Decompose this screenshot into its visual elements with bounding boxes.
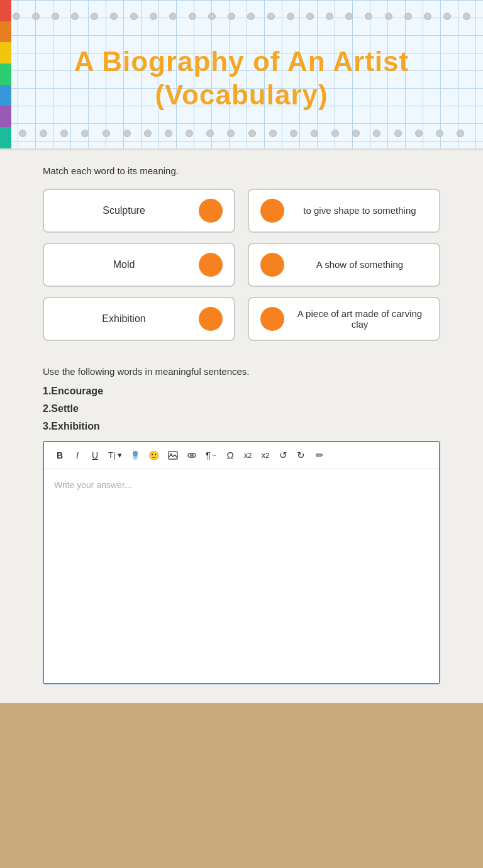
dot (40, 130, 47, 137)
link-icon (187, 452, 197, 459)
dot (71, 13, 79, 20)
editor-toolbar: B I U T| ▾ 🙂 (44, 442, 439, 469)
dot (326, 13, 333, 20)
color-icon (131, 451, 140, 460)
dot (287, 13, 294, 20)
subscript-button[interactable]: x2 (240, 447, 256, 464)
dot (443, 13, 451, 20)
dot (165, 130, 172, 137)
word-label-exhibition: Exhibition (55, 313, 192, 325)
sentence-word-3: 3.Exhibition (43, 421, 440, 432)
undo-button[interactable]: ↺ (275, 447, 291, 464)
editor-text-area[interactable]: Write your answer... (44, 469, 439, 683)
dot (189, 13, 196, 20)
dot (169, 13, 177, 20)
dot (290, 130, 297, 137)
meaning-card-1[interactable]: to give shape to something (248, 189, 440, 233)
dot (208, 13, 216, 20)
dot (91, 13, 98, 20)
dot (331, 130, 339, 137)
dot (345, 13, 353, 20)
connector-dot-exhibition (199, 307, 223, 331)
connector-dot-meaning3 (260, 307, 284, 331)
header-dots-bottom (6, 125, 477, 142)
sentence-word-2: 2.Settle (43, 403, 440, 415)
strip-green (0, 64, 11, 85)
strip-yellow (0, 42, 11, 64)
connector-dot-meaning2 (260, 253, 284, 277)
strip-purple (0, 106, 11, 127)
word-card-sculpture[interactable]: Sculpture (43, 189, 235, 233)
dot (60, 130, 68, 137)
emoji-button[interactable]: 🙂 (145, 447, 163, 464)
word-card-exhibition[interactable]: Exhibition (43, 297, 235, 341)
dot (19, 130, 26, 137)
link-button[interactable] (183, 447, 201, 464)
dot (130, 13, 138, 20)
omega-button[interactable]: Ω (222, 447, 238, 464)
color-strip (0, 0, 11, 148)
dot (227, 130, 235, 137)
dot (267, 13, 275, 20)
header-section: A Biography of An Artist (Vocabulary) (0, 0, 483, 150)
meanings-column: to give shape to something A show of som… (248, 189, 440, 341)
dot (110, 13, 118, 20)
connector-dot-meaning1 (260, 199, 284, 223)
sentence-instructions: Use the following words in meaningful se… (43, 366, 440, 377)
dot (385, 13, 392, 20)
dot (144, 130, 152, 137)
matching-area: Sculpture Mold Exhibition to give shape … (43, 189, 440, 341)
dot (228, 13, 235, 20)
meaning-card-3[interactable]: A piece of art made of carving clay (248, 297, 440, 341)
dot (248, 130, 256, 137)
image-icon (168, 451, 178, 460)
dot (103, 130, 110, 137)
svg-point-1 (133, 453, 138, 460)
dot (373, 130, 380, 137)
image-button[interactable] (164, 447, 182, 464)
connector-dot-sculpture (199, 199, 223, 223)
dot (365, 13, 372, 20)
dot (186, 130, 193, 137)
dot (415, 130, 423, 137)
dot (150, 13, 157, 20)
word-label-mold: Mold (55, 259, 192, 270)
color-button[interactable] (127, 447, 143, 464)
sentence-section: Use the following words in meaningful se… (43, 366, 440, 684)
text-editor: B I U T| ▾ 🙂 (43, 441, 440, 684)
strip-teal (0, 127, 11, 148)
bold-button[interactable]: B (52, 447, 68, 464)
dot (463, 13, 470, 20)
editor-placeholder: Write your answer... (54, 480, 131, 490)
words-column: Sculpture Mold Exhibition (43, 189, 235, 341)
redo-button[interactable]: ↻ (292, 447, 309, 464)
header-dots-top (6, 13, 477, 20)
superscript-button[interactable]: x2 (257, 447, 274, 464)
erase-button[interactable]: ✏ (311, 447, 328, 464)
meaning-text-1: to give shape to something (292, 205, 428, 216)
main-content: Match each word to its meaning. Sculptur… (0, 150, 483, 703)
dot (269, 130, 277, 137)
meaning-card-2[interactable]: A show of something (248, 243, 440, 287)
dot (52, 13, 59, 20)
dot (32, 13, 40, 20)
dot (404, 13, 412, 20)
paragraph-button[interactable]: ¶→ (202, 447, 221, 464)
meaning-text-3: A piece of art made of carving clay (292, 308, 428, 330)
strip-blue (0, 85, 11, 106)
word-card-mold[interactable]: Mold (43, 243, 235, 287)
connector-dot-mold (199, 253, 223, 277)
dot (13, 13, 20, 20)
word-label-sculpture: Sculpture (55, 205, 192, 216)
dot (352, 130, 360, 137)
dot (247, 13, 255, 20)
underline-button[interactable]: U (87, 447, 103, 464)
font-size-button[interactable]: T| ▾ (104, 447, 126, 464)
dot (206, 130, 214, 137)
dot (424, 13, 431, 20)
page-title: A Biography of An Artist (Vocabulary) (6, 26, 477, 125)
dot (394, 130, 402, 137)
matching-instructions: Match each word to its meaning. (43, 165, 440, 176)
dot (436, 130, 443, 137)
italic-button[interactable]: I (69, 447, 86, 464)
